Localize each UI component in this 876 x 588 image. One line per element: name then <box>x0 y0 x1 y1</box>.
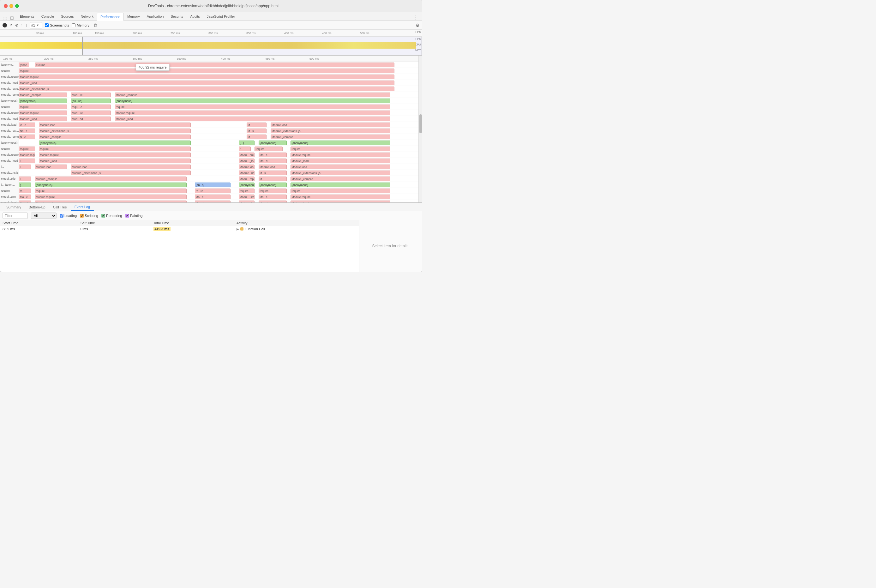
tab-performance[interactable]: Performance <box>97 13 124 21</box>
screenshots-checkbox[interactable] <box>45 23 49 27</box>
block-req-3c[interactable]: r... <box>239 147 251 151</box>
tab-application[interactable]: Application <box>143 12 167 21</box>
block-mod-req-2a[interactable]: Module.require <box>19 111 67 115</box>
block-ext-3c[interactable]: M...s <box>259 171 287 175</box>
refresh-icon[interactable]: ↺ <box>9 23 13 27</box>
block-ext-2c[interactable]: M...s <box>247 129 267 133</box>
block-req-4c[interactable]: re...re <box>195 189 231 193</box>
block-req-3b[interactable]: require <box>39 147 191 151</box>
block-compile-2a[interactable]: N...e <box>19 135 35 139</box>
block-modr-3d[interactable]: Mo...e <box>259 153 287 157</box>
block-anon-3e[interactable]: (anonymous) <box>291 141 390 145</box>
block-modl-5c[interactable]: Mo...d <box>195 201 231 202</box>
painting-checkbox-label[interactable]: Painting <box>125 214 143 218</box>
tab-javascript-profiler[interactable]: JavaScript Profiler <box>203 12 238 21</box>
block-modr-3b[interactable]: Module.require <box>39 153 191 157</box>
tab-memory[interactable]: Memory <box>124 12 143 21</box>
block-compile-3e[interactable]: Module._compile <box>291 177 390 181</box>
tab-summary[interactable]: Summary <box>3 203 25 211</box>
block-modl-4e[interactable]: Module._load <box>291 159 390 163</box>
block-modr-3a[interactable]: Module.require <box>19 153 35 157</box>
block-modl-4d[interactable]: Mo...d <box>259 159 287 163</box>
block-req-4f[interactable]: require <box>291 189 390 193</box>
tab-bottom-up[interactable]: Bottom-Up <box>25 203 49 211</box>
selection-region[interactable] <box>82 37 422 55</box>
block-modl-5d[interactable]: Modul..._load <box>239 201 255 202</box>
devtools-inspect-icon[interactable]: ⬚ <box>1 16 9 21</box>
block-compile-2d[interactable]: Module._compile <box>271 135 391 139</box>
block-anonymous-1a[interactable]: (anon <box>19 63 29 67</box>
block-anonymous-1b[interactable]: 150 ms <box>35 63 395 67</box>
block-req-4b[interactable]: require <box>35 189 187 193</box>
block-compile-3a[interactable]: l... <box>19 177 31 181</box>
upload-icon[interactable]: ↑ <box>21 23 23 27</box>
block-ext-2a[interactable]: Na...r <box>19 129 35 133</box>
block-load-3c[interactable]: M... <box>247 123 267 127</box>
block-mod-req-2b[interactable]: Mod...ire <box>71 111 111 115</box>
block-anon-3d[interactable]: (anonymous) <box>259 141 287 145</box>
block-ext-3a[interactable]: Module._extensions..js <box>71 171 191 175</box>
maximize-button[interactable] <box>15 4 19 8</box>
block-i-mload-d[interactable]: Module.load <box>239 165 255 169</box>
record-button[interactable] <box>3 23 7 27</box>
memory-checkbox-label[interactable]: Memory <box>72 23 89 27</box>
col-start-time[interactable]: Start Time <box>0 220 78 226</box>
block-anon-4f[interactable]: (anonymous) <box>291 183 390 187</box>
block-anon-3c[interactable]: (...) <box>239 141 255 145</box>
block-mod-load-2b[interactable]: Mod...ad <box>71 117 111 121</box>
minimize-button[interactable] <box>9 4 13 8</box>
tab-elements[interactable]: Elements <box>16 12 38 21</box>
block-require-2c[interactable]: require <box>115 105 391 109</box>
flame-chart-scroll[interactable]: 150 ms 200 ms 250 ms 300 ms 350 ms 400 m… <box>0 56 418 202</box>
delete-icon[interactable]: 🗑 <box>93 23 97 27</box>
block-req-4a[interactable]: re... <box>19 189 31 193</box>
block-compile-1a[interactable]: Module._compile <box>19 93 67 97</box>
block-require-2a[interactable]: require <box>19 105 67 109</box>
block-anon-4a[interactable]: (... <box>19 183 31 187</box>
clear-icon[interactable]: ⊘ <box>15 23 18 27</box>
block-mod-load-2a[interactable]: Module._load <box>19 117 67 121</box>
devtools-mobile-icon[interactable]: ☐ <box>9 16 15 21</box>
block-anon-2c[interactable]: (anonymous) <box>115 99 391 103</box>
block-modr-4e[interactable]: Mo...e <box>259 195 287 199</box>
block-module-load-1[interactable]: Module._load <box>19 81 394 85</box>
block-mod-load-2c[interactable]: Module._load <box>115 117 391 121</box>
loading-checkbox[interactable] <box>60 214 63 218</box>
memory-checkbox[interactable] <box>72 23 75 27</box>
session-dropdown[interactable]: #1 ▼ <box>30 22 42 28</box>
block-modr-4d[interactable]: Modul...uire <box>239 195 255 199</box>
block-ext-2b[interactable]: Module._extensions..js <box>39 129 191 133</box>
block-modr-4f[interactable]: Module.require <box>291 195 390 199</box>
tab-event-log[interactable]: Event Log <box>71 203 94 211</box>
block-modr-4a[interactable]: Mo...e <box>19 195 31 199</box>
block-compile-2c[interactable]: M... <box>247 135 267 139</box>
block-modl-5a[interactable]: Mo...d <box>19 201 31 202</box>
block-anon-4b[interactable]: (anonymous) <box>35 183 187 187</box>
col-total-time[interactable]: Total Time <box>151 220 234 226</box>
block-anon-4c[interactable]: (an...s) <box>195 183 231 187</box>
block-module-require-1[interactable]: Module.require <box>19 75 394 79</box>
block-i-mload-a[interactable]: l... <box>19 165 31 169</box>
table-row[interactable]: 88.9 ms 0 ms 419.3 ms ▶ Function Ca <box>0 226 359 232</box>
block-compile-1c[interactable]: Module._compile <box>115 93 391 97</box>
scrollbar-thumb[interactable] <box>419 114 422 133</box>
scripting-checkbox[interactable] <box>80 214 84 218</box>
block-load-3d[interactable]: Module.load <box>271 123 391 127</box>
block-require-1[interactable]: require <box>19 69 394 73</box>
close-button[interactable] <box>4 4 8 8</box>
block-modl-4b[interactable]: Module._load <box>39 159 191 163</box>
more-options-icon[interactable]: ⋮ <box>411 15 421 21</box>
download-icon[interactable]: ↓ <box>25 23 27 27</box>
col-self-time[interactable]: Self Time <box>78 220 151 226</box>
block-anon-2a[interactable]: (anonymous) <box>19 99 67 103</box>
block-module-ext-1[interactable]: Module._extensions..js <box>19 87 394 91</box>
rendering-checkbox[interactable] <box>101 214 105 218</box>
tab-sources[interactable]: Sources <box>57 12 77 21</box>
block-anon-2b[interactable]: (an...us) <box>71 99 111 103</box>
col-activity[interactable]: Activity <box>234 220 359 226</box>
block-anon-4e[interactable]: (anonymous) <box>259 183 287 187</box>
block-req-4e[interactable]: require <box>259 189 287 193</box>
block-req-3a[interactable]: require <box>19 147 35 151</box>
block-modr-4b[interactable]: Module.require <box>35 195 187 199</box>
rendering-checkbox-label[interactable]: Rendering <box>101 214 122 218</box>
